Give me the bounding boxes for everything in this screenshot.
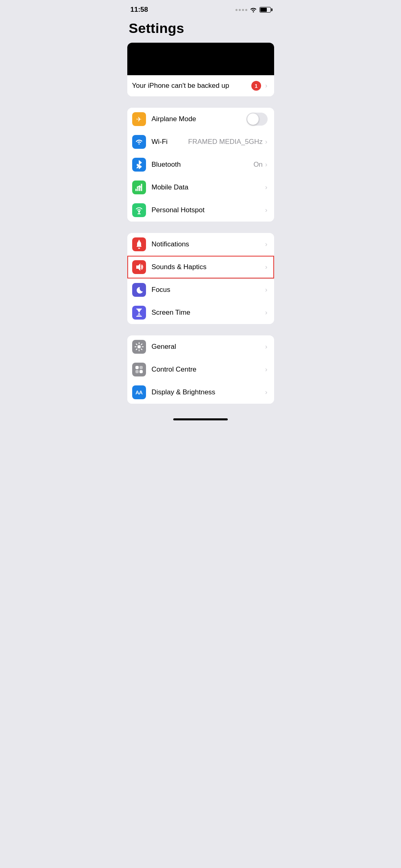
svg-rect-14 — [135, 366, 139, 369]
page-title-area: Settings — [121, 17, 281, 43]
bluetooth-value: On — [253, 161, 263, 169]
airplane-toggle[interactable] — [246, 113, 268, 126]
airplane-label: Airplane Mode — [152, 115, 246, 123]
focus-row[interactable]: Focus › — [127, 278, 274, 301]
notifications-label: Notifications — [152, 240, 265, 248]
mobile-data-row[interactable]: Mobile Data › — [127, 176, 274, 199]
status-bar: 11:58 — [121, 0, 281, 17]
aa-icon: AA — [135, 389, 142, 396]
hotspot-row[interactable]: Personal Hotspot › — [127, 199, 274, 222]
wifi-icon — [135, 139, 143, 145]
signal-icon — [135, 183, 143, 191]
backup-label: Your iPhone can't be backed up — [132, 82, 251, 90]
svg-point-8 — [138, 240, 139, 241]
wifi-icon-wrap — [132, 135, 146, 149]
control-centre-label: Control Centre — [152, 365, 265, 374]
backup-badge: 1 — [251, 81, 261, 91]
svg-rect-10 — [136, 309, 142, 309]
sounds-row[interactable]: Sounds & Haptics › — [127, 256, 274, 278]
system-section: Notifications › Sounds & Haptics › Focus… — [127, 233, 274, 324]
status-icons — [235, 7, 271, 13]
backup-section: Your iPhone can't be backed up 1 › — [127, 43, 274, 96]
bluetooth-row[interactable]: Bluetooth On › — [127, 153, 274, 176]
focus-chevron: › — [265, 286, 268, 294]
mobile-data-label: Mobile Data — [152, 183, 265, 191]
sound-icon — [135, 263, 144, 272]
wifi-row[interactable]: Wi-Fi FRAMED MEDIA_5GHz › — [127, 131, 274, 153]
display-chevron: › — [265, 388, 268, 396]
airplane-icon: ✈ — [136, 115, 142, 123]
general-label: General — [152, 343, 265, 351]
page-title: Settings — [129, 20, 272, 36]
wifi-label: Wi-Fi — [152, 138, 188, 146]
sounds-label: Sounds & Haptics — [152, 263, 265, 271]
home-indicator-area — [121, 415, 281, 423]
bluetooth-chevron: › — [265, 161, 268, 169]
general-row[interactable]: General › — [127, 335, 274, 358]
general-chevron: › — [265, 343, 268, 351]
hourglass-icon — [135, 308, 143, 317]
wifi-status-icon — [250, 7, 257, 13]
moon-icon — [135, 286, 143, 294]
network-section: ✈ Airplane Mode Wi-Fi FRAMED MEDIA_5GHz … — [127, 108, 274, 222]
wifi-value: FRAMED MEDIA_5GHz — [188, 138, 263, 146]
control-centre-row[interactable]: Control Centre › — [127, 358, 274, 381]
hotspot-icon-wrap — [132, 203, 146, 217]
control-centre-icon-wrap — [132, 363, 146, 376]
svg-rect-0 — [135, 189, 137, 191]
svg-rect-11 — [136, 316, 142, 317]
battery-icon — [259, 7, 271, 13]
svg-rect-15 — [139, 366, 143, 369]
bluetooth-label: Bluetooth — [152, 161, 254, 169]
control-centre-chevron: › — [265, 365, 268, 374]
bell-icon — [135, 240, 143, 249]
bluetooth-icon — [136, 160, 142, 169]
toggle-knob — [247, 113, 259, 125]
screen-time-row[interactable]: Screen Time › — [127, 301, 274, 324]
svg-rect-17 — [139, 370, 143, 373]
general-section: General › Control Centre › AA Display & … — [127, 335, 274, 404]
notifications-chevron: › — [265, 240, 268, 248]
mobile-data-icon-wrap — [132, 181, 146, 194]
home-bar — [173, 418, 228, 420]
airplane-icon-wrap: ✈ — [132, 112, 146, 126]
display-row[interactable]: AA Display & Brightness › — [127, 381, 274, 404]
backup-chevron: › — [265, 82, 268, 90]
notifications-row[interactable]: Notifications › — [127, 233, 274, 256]
display-icon-wrap: AA — [132, 385, 146, 399]
notifications-icon-wrap — [132, 237, 146, 251]
promo-banner — [127, 43, 274, 75]
signal-icon — [235, 9, 247, 11]
hotspot-icon — [135, 206, 144, 215]
svg-rect-1 — [137, 187, 138, 191]
bluetooth-icon-wrap — [132, 158, 146, 172]
focus-icon-wrap — [132, 283, 146, 297]
focus-label: Focus — [152, 286, 265, 294]
screen-time-icon-wrap — [132, 306, 146, 320]
airplane-mode-row[interactable]: ✈ Airplane Mode — [127, 108, 274, 131]
gear-icon — [135, 342, 144, 351]
svg-marker-9 — [136, 263, 140, 271]
hotspot-label: Personal Hotspot — [152, 206, 265, 214]
display-label: Display & Brightness — [152, 388, 265, 396]
wifi-chevron: › — [265, 138, 268, 146]
screen-time-label: Screen Time — [152, 309, 265, 317]
backup-row[interactable]: Your iPhone can't be backed up 1 › — [127, 75, 274, 96]
control-centre-icon — [135, 365, 144, 374]
mobile-data-chevron: › — [265, 183, 268, 191]
general-icon-wrap — [132, 340, 146, 354]
screen-time-chevron: › — [265, 309, 268, 317]
sounds-icon-wrap — [132, 260, 146, 274]
hotspot-chevron: › — [265, 206, 268, 214]
sounds-chevron: › — [265, 263, 268, 271]
svg-rect-16 — [135, 370, 139, 373]
status-time: 11:58 — [131, 6, 148, 14]
